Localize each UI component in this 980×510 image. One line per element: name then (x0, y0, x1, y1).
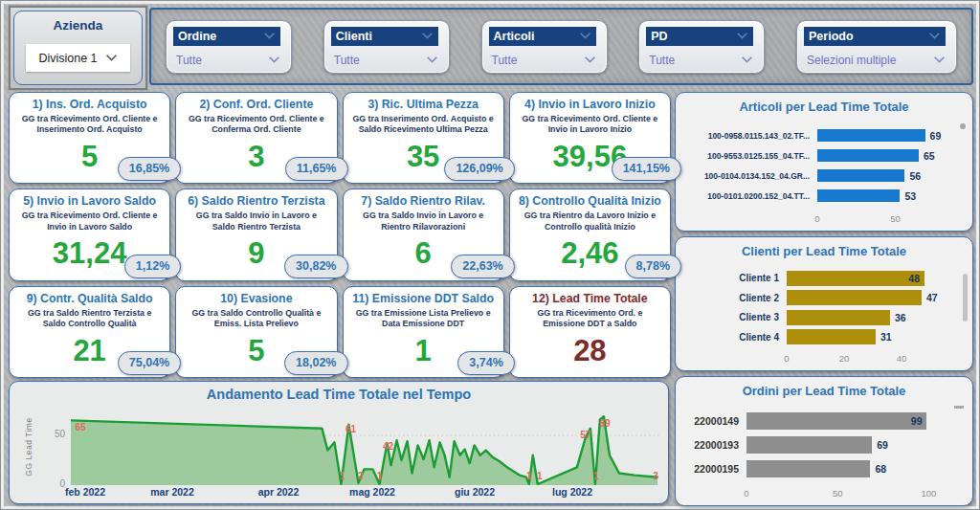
x-axis: 050 (817, 213, 936, 227)
kpi-card-1: 1) Ins. Ord. AcquistoGG tra Ricevimento … (9, 92, 170, 184)
filter-label: Articoli (494, 30, 535, 43)
bar-category-label: Cliente 2 (683, 293, 787, 303)
scrollbar[interactable] (963, 274, 968, 322)
bar[interactable]: 68 (746, 460, 870, 477)
kpi-value: 28 (573, 327, 606, 376)
bar-row[interactable]: Cliente 148 (683, 271, 965, 286)
bar-row[interactable]: 2200019568 (683, 460, 965, 477)
bar-category-label: 22000193 (683, 439, 746, 451)
bar[interactable]: 99 (746, 412, 926, 430)
kpi-percent-badge: 30,82% (284, 255, 347, 278)
bar[interactable]: 56 (817, 169, 904, 182)
chart-title: Ordini per Lead Time Totale (676, 377, 972, 398)
x-axis-month-label: feb 2022 (65, 486, 105, 498)
x-axis-month-label: mar 2022 (150, 486, 194, 498)
bar-category-label: 100-9553.0125.155_04.TF... (683, 151, 817, 161)
chart-title: Articoli per Lead Time Totale (676, 93, 972, 114)
kpi-title: 10) Evasione (220, 292, 292, 305)
bar-row[interactable]: Cliente 247 (683, 290, 965, 305)
bar-category-label: 22000195 (683, 463, 746, 475)
bar[interactable]: 69 (817, 129, 925, 142)
kpi-title: 6) Saldo Rientro Terzista (188, 194, 324, 208)
data-label: 69 (599, 418, 611, 429)
chevron-down-icon[interactable] (268, 55, 280, 64)
data-label: 65 (75, 422, 86, 432)
data-label: 1 (377, 471, 383, 481)
bar-category-label: Cliente 4 (683, 332, 787, 343)
data-label: 42 (383, 441, 394, 452)
bar-track: 48 (787, 271, 936, 286)
data-label: 2 (358, 471, 364, 481)
bar-plot-area: Cliente 148Cliente 247Cliente 336Cliente… (683, 266, 965, 349)
axis-tick: 50 (833, 488, 843, 499)
chevron-down-icon[interactable] (263, 32, 276, 40)
azienda-title: Azienda (11, 18, 145, 33)
azienda-slicer: Azienda Divisione 1 (9, 6, 147, 90)
filter-ordine[interactable]: OrdineTutte (166, 20, 292, 74)
x-axis: 02040 (787, 353, 936, 366)
bar-row[interactable]: 100-9553.0125.155_04.TF...65 (683, 149, 965, 162)
axis-tick: 50 (890, 213, 901, 224)
kpi-card-10: 10) EvasioneGG tra Saldo Controllo Quali… (175, 286, 337, 378)
chevron-down-icon[interactable] (584, 55, 596, 64)
kpi-card-7: 7) Saldo Rientro Rilav.GG tra Saldo Invi… (343, 188, 504, 280)
bar[interactable]: 53 (817, 189, 900, 202)
filter-articoli-header[interactable]: Articoli (489, 27, 596, 46)
filter-clienti-header[interactable]: Clienti (331, 27, 438, 46)
bar[interactable]: 36 (787, 310, 890, 325)
panel-ordini-chart: Ordini per Lead Time Totale2200014999220… (675, 376, 973, 506)
chevron-down-icon[interactable] (426, 55, 438, 64)
filter-clienti[interactable]: ClientiTutte (323, 20, 450, 74)
bar-value-label: 68 (875, 463, 886, 475)
kpi-value: 9 (248, 230, 264, 277)
filter-ordine-header[interactable]: Ordine (173, 27, 280, 46)
dashboard-root: Azienda Divisione 1 OrdineTutteClientiTu… (0, 0, 980, 510)
bar-value-label: 65 (924, 150, 935, 162)
chart-title: Clienti per Lead Time Totale (676, 237, 972, 258)
filter-ordine-value-dropdown[interactable]: Tutte (173, 46, 284, 67)
x-axis-month-label: giu 2022 (455, 486, 495, 498)
kpi-value: 2,46 (561, 230, 618, 277)
bar-row[interactable]: 2200014999 (683, 412, 965, 430)
chevron-down-icon[interactable] (579, 32, 591, 40)
bar-row[interactable]: 100-0101.0200.152_04.TT...53 (683, 189, 965, 202)
kpi-title: 9) Contr. Qualità Saldo (27, 292, 153, 305)
bar-category-label: Cliente 3 (683, 312, 787, 322)
chevron-down-icon[interactable] (421, 32, 434, 40)
kpi-card-2: 2) Conf. Ord. ClienteGG tra Ricevimento … (175, 92, 337, 184)
bar-category-label: 100-0104.0134.152_04.GR... (683, 171, 817, 181)
bar-row[interactable]: 100-0958.0115.143_02.TF...69 (683, 129, 965, 142)
bar-row[interactable]: 2200019369 (683, 436, 965, 454)
bar[interactable]: 48 (787, 271, 924, 286)
kpi-percent-badge: 18,02% (284, 351, 347, 375)
bar[interactable]: 65 (817, 149, 919, 162)
bar[interactable]: 69 (746, 436, 872, 454)
kpi-title: 7) Saldo Rientro Rilav. (361, 194, 485, 208)
filter-clienti-value-dropdown[interactable]: Tutte (331, 46, 442, 67)
axis-tick: 100 (922, 488, 937, 499)
bar[interactable]: 47 (787, 290, 922, 305)
bar-category-label: 100-0958.0115.143_02.TF... (683, 131, 817, 141)
bar-row[interactable]: Cliente 336 (683, 310, 965, 325)
bar-value-label: 36 (895, 312, 906, 323)
bar-value-label: 47 (926, 292, 938, 303)
filter-selected-value: Tutte (649, 54, 675, 67)
filter-articoli[interactable]: ArticoliTutte (481, 20, 608, 74)
bar-track: 56 (817, 169, 936, 182)
scrollbar[interactable] (954, 406, 964, 409)
bar-row[interactable]: 100-0104.0134.152_04.GR...56 (683, 169, 965, 182)
bar-track: 65 (817, 149, 936, 162)
filter-articoli-value-dropdown[interactable]: Tutte (489, 46, 600, 67)
kpi-value: 21 (73, 327, 105, 376)
kpi-percent-badge: 8,78% (625, 255, 681, 278)
bar[interactable]: 31 (787, 329, 876, 344)
bar-row[interactable]: Cliente 431 (683, 329, 965, 344)
kpi-title: 2) Conf. Ord. Cliente (199, 98, 313, 111)
kpi-title: 3) Ric. Ultima Pezza (368, 98, 479, 111)
scrollbar[interactable] (960, 123, 966, 129)
kpi-title: 4) Invio in Lavoro Inizio (524, 98, 656, 111)
axis-tick: 20 (839, 353, 850, 364)
kpi-percent-badge: 3,74% (457, 351, 514, 375)
azienda-dropdown[interactable]: Divisione 1 (26, 44, 130, 72)
kpi-value: 31,24 (53, 230, 127, 277)
